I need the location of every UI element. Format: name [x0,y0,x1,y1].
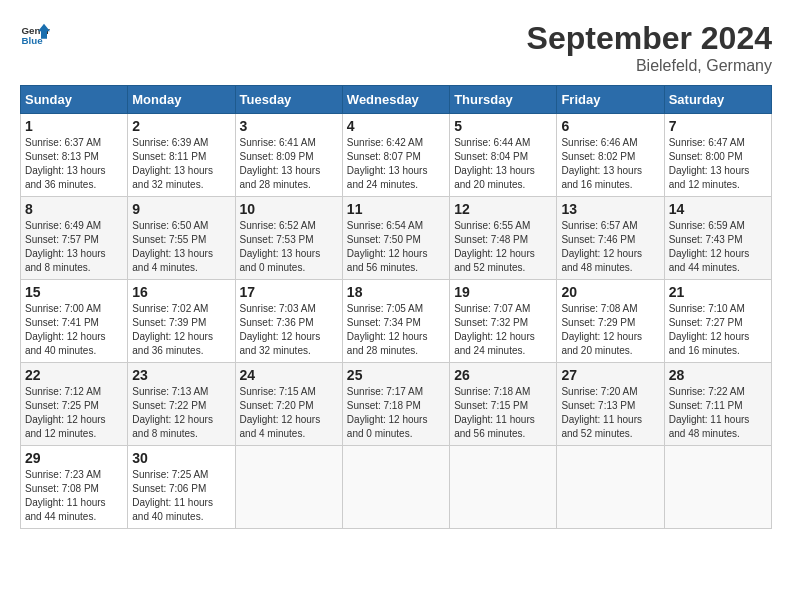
day-number: 17 [240,284,338,300]
day-number: 16 [132,284,230,300]
day-number: 5 [454,118,552,134]
day-info: Sunrise: 7:08 AM Sunset: 7:29 PM Dayligh… [561,302,659,358]
col-friday: Friday [557,86,664,114]
calendar-cell: 2Sunrise: 6:39 AM Sunset: 8:11 PM Daylig… [128,114,235,197]
calendar-cell: 25Sunrise: 7:17 AM Sunset: 7:18 PM Dayli… [342,363,449,446]
day-info: Sunrise: 7:20 AM Sunset: 7:13 PM Dayligh… [561,385,659,441]
calendar-cell: 24Sunrise: 7:15 AM Sunset: 7:20 PM Dayli… [235,363,342,446]
day-number: 1 [25,118,123,134]
day-info: Sunrise: 7:00 AM Sunset: 7:41 PM Dayligh… [25,302,123,358]
calendar-cell: 15Sunrise: 7:00 AM Sunset: 7:41 PM Dayli… [21,280,128,363]
day-number: 11 [347,201,445,217]
day-number: 22 [25,367,123,383]
day-number: 8 [25,201,123,217]
calendar-cell: 7Sunrise: 6:47 AM Sunset: 8:00 PM Daylig… [664,114,771,197]
header: General Blue September 2024 Bielefeld, G… [20,20,772,75]
day-number: 25 [347,367,445,383]
day-number: 29 [25,450,123,466]
day-number: 14 [669,201,767,217]
day-info: Sunrise: 7:23 AM Sunset: 7:08 PM Dayligh… [25,468,123,524]
day-number: 3 [240,118,338,134]
day-info: Sunrise: 6:42 AM Sunset: 8:07 PM Dayligh… [347,136,445,192]
calendar-cell: 3Sunrise: 6:41 AM Sunset: 8:09 PM Daylig… [235,114,342,197]
day-info: Sunrise: 7:22 AM Sunset: 7:11 PM Dayligh… [669,385,767,441]
calendar-cell: 22Sunrise: 7:12 AM Sunset: 7:25 PM Dayli… [21,363,128,446]
day-number: 4 [347,118,445,134]
day-number: 6 [561,118,659,134]
day-info: Sunrise: 7:10 AM Sunset: 7:27 PM Dayligh… [669,302,767,358]
day-info: Sunrise: 7:03 AM Sunset: 7:36 PM Dayligh… [240,302,338,358]
day-info: Sunrise: 6:52 AM Sunset: 7:53 PM Dayligh… [240,219,338,275]
day-number: 24 [240,367,338,383]
calendar-table: Sunday Monday Tuesday Wednesday Thursday… [20,85,772,529]
day-info: Sunrise: 7:13 AM Sunset: 7:22 PM Dayligh… [132,385,230,441]
calendar-cell: 5Sunrise: 6:44 AM Sunset: 8:04 PM Daylig… [450,114,557,197]
day-info: Sunrise: 6:39 AM Sunset: 8:11 PM Dayligh… [132,136,230,192]
header-row: Sunday Monday Tuesday Wednesday Thursday… [21,86,772,114]
col-wednesday: Wednesday [342,86,449,114]
calendar-cell: 14Sunrise: 6:59 AM Sunset: 7:43 PM Dayli… [664,197,771,280]
title-area: September 2024 Bielefeld, Germany [527,20,772,75]
calendar-cell [450,446,557,529]
day-number: 12 [454,201,552,217]
calendar-cell [557,446,664,529]
day-info: Sunrise: 7:02 AM Sunset: 7:39 PM Dayligh… [132,302,230,358]
day-number: 28 [669,367,767,383]
calendar-cell: 4Sunrise: 6:42 AM Sunset: 8:07 PM Daylig… [342,114,449,197]
day-info: Sunrise: 6:55 AM Sunset: 7:48 PM Dayligh… [454,219,552,275]
day-info: Sunrise: 7:25 AM Sunset: 7:06 PM Dayligh… [132,468,230,524]
calendar-cell [664,446,771,529]
calendar-cell: 6Sunrise: 6:46 AM Sunset: 8:02 PM Daylig… [557,114,664,197]
day-number: 23 [132,367,230,383]
calendar-cell: 21Sunrise: 7:10 AM Sunset: 7:27 PM Dayli… [664,280,771,363]
calendar-title: September 2024 [527,20,772,57]
calendar-cell: 10Sunrise: 6:52 AM Sunset: 7:53 PM Dayli… [235,197,342,280]
calendar-cell: 9Sunrise: 6:50 AM Sunset: 7:55 PM Daylig… [128,197,235,280]
day-number: 30 [132,450,230,466]
day-info: Sunrise: 6:57 AM Sunset: 7:46 PM Dayligh… [561,219,659,275]
calendar-cell: 18Sunrise: 7:05 AM Sunset: 7:34 PM Dayli… [342,280,449,363]
day-info: Sunrise: 7:05 AM Sunset: 7:34 PM Dayligh… [347,302,445,358]
col-sunday: Sunday [21,86,128,114]
calendar-cell [235,446,342,529]
calendar-week-1: 1Sunrise: 6:37 AM Sunset: 8:13 PM Daylig… [21,114,772,197]
day-info: Sunrise: 7:12 AM Sunset: 7:25 PM Dayligh… [25,385,123,441]
day-info: Sunrise: 7:07 AM Sunset: 7:32 PM Dayligh… [454,302,552,358]
day-number: 26 [454,367,552,383]
day-info: Sunrise: 7:18 AM Sunset: 7:15 PM Dayligh… [454,385,552,441]
calendar-cell: 11Sunrise: 6:54 AM Sunset: 7:50 PM Dayli… [342,197,449,280]
day-number: 7 [669,118,767,134]
calendar-cell: 29Sunrise: 7:23 AM Sunset: 7:08 PM Dayli… [21,446,128,529]
day-number: 21 [669,284,767,300]
day-info: Sunrise: 6:50 AM Sunset: 7:55 PM Dayligh… [132,219,230,275]
day-info: Sunrise: 6:41 AM Sunset: 8:09 PM Dayligh… [240,136,338,192]
day-number: 2 [132,118,230,134]
col-monday: Monday [128,86,235,114]
day-info: Sunrise: 7:15 AM Sunset: 7:20 PM Dayligh… [240,385,338,441]
calendar-cell: 1Sunrise: 6:37 AM Sunset: 8:13 PM Daylig… [21,114,128,197]
calendar-week-5: 29Sunrise: 7:23 AM Sunset: 7:08 PM Dayli… [21,446,772,529]
col-tuesday: Tuesday [235,86,342,114]
calendar-cell: 16Sunrise: 7:02 AM Sunset: 7:39 PM Dayli… [128,280,235,363]
calendar-cell: 8Sunrise: 6:49 AM Sunset: 7:57 PM Daylig… [21,197,128,280]
calendar-week-3: 15Sunrise: 7:00 AM Sunset: 7:41 PM Dayli… [21,280,772,363]
day-info: Sunrise: 6:49 AM Sunset: 7:57 PM Dayligh… [25,219,123,275]
calendar-cell: 17Sunrise: 7:03 AM Sunset: 7:36 PM Dayli… [235,280,342,363]
day-info: Sunrise: 6:59 AM Sunset: 7:43 PM Dayligh… [669,219,767,275]
calendar-subtitle: Bielefeld, Germany [527,57,772,75]
col-thursday: Thursday [450,86,557,114]
calendar-cell: 27Sunrise: 7:20 AM Sunset: 7:13 PM Dayli… [557,363,664,446]
day-info: Sunrise: 6:54 AM Sunset: 7:50 PM Dayligh… [347,219,445,275]
day-number: 13 [561,201,659,217]
calendar-cell: 23Sunrise: 7:13 AM Sunset: 7:22 PM Dayli… [128,363,235,446]
calendar-week-2: 8Sunrise: 6:49 AM Sunset: 7:57 PM Daylig… [21,197,772,280]
calendar-cell: 30Sunrise: 7:25 AM Sunset: 7:06 PM Dayli… [128,446,235,529]
day-number: 10 [240,201,338,217]
day-number: 27 [561,367,659,383]
day-number: 20 [561,284,659,300]
svg-text:Blue: Blue [22,35,44,46]
calendar-cell: 28Sunrise: 7:22 AM Sunset: 7:11 PM Dayli… [664,363,771,446]
calendar-cell [342,446,449,529]
col-saturday: Saturday [664,86,771,114]
logo-icon: General Blue [20,20,50,50]
